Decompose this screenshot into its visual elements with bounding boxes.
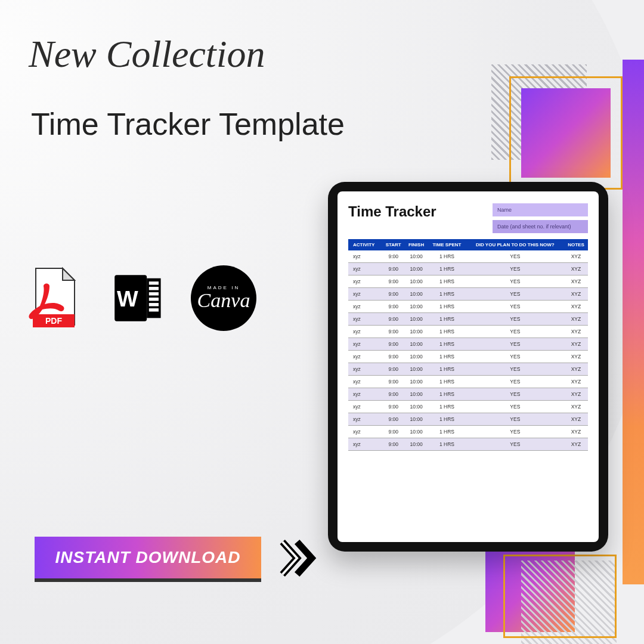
table-row: xyz9:0010:001 HRSYESXYZ	[348, 263, 588, 275]
table-cell: 1 HRS	[428, 313, 466, 326]
table-cell: xyz	[348, 301, 382, 313]
table-cell: 10:00	[405, 301, 428, 313]
table-cell: 10:00	[405, 263, 428, 275]
table-cell: xyz	[348, 250, 382, 263]
table-cell: 9:00	[382, 313, 405, 326]
table-cell: xyz	[348, 263, 382, 275]
table-cell: 10:00	[405, 388, 428, 401]
svg-rect-7	[149, 292, 159, 295]
table-cell: XYZ	[564, 413, 588, 426]
table-cell: XYZ	[564, 326, 588, 338]
table-cell: 9:00	[382, 351, 405, 363]
decoration-bottom-right	[485, 543, 628, 644]
table-cell: 9:00	[382, 438, 405, 451]
table-cell: XYZ	[564, 313, 588, 326]
table-row: xyz9:0010:001 HRSYESXYZ	[348, 301, 588, 313]
table-cell: XYZ	[564, 376, 588, 388]
table-cell: xyz	[348, 363, 382, 376]
date-field[interactable]: Date (and sheet no. if relevant)	[493, 220, 588, 233]
table-row: xyz9:0010:001 HRSYESXYZ	[348, 438, 588, 451]
decoration-top-right	[491, 64, 628, 202]
tablet-screen: Time Tracker Name Date (and sheet no. if…	[338, 191, 599, 542]
table-cell: xyz	[348, 426, 382, 438]
svg-text:W: W	[117, 286, 138, 311]
table-cell: xyz	[348, 313, 382, 326]
svg-rect-9	[149, 303, 159, 306]
table-cell: 9:00	[382, 363, 405, 376]
table-cell: YES	[466, 388, 564, 401]
svg-text:PDF: PDF	[45, 316, 62, 326]
table-cell: 9:00	[382, 401, 405, 413]
table-cell: xyz	[348, 401, 382, 413]
table-cell: 1 HRS	[428, 413, 466, 426]
table-cell: YES	[466, 401, 564, 413]
word-icon: W	[107, 262, 167, 334]
table-cell: xyz	[348, 388, 382, 401]
table-cell: 1 HRS	[428, 351, 466, 363]
table-row: xyz9:0010:001 HRSYESXYZ	[348, 351, 588, 363]
table-cell: 10:00	[405, 438, 428, 451]
table-cell: YES	[466, 250, 564, 263]
pdf-icon: PDF	[24, 262, 83, 334]
table-cell: 1 HRS	[428, 388, 466, 401]
table-cell: YES	[466, 376, 564, 388]
tablet-mockup: Time Tracker Name Date (and sheet no. if…	[328, 182, 608, 552]
table-cell: 10:00	[405, 413, 428, 426]
time-tracker-table: ACTIVITYSTARTFINISHTIME SPENTDID YOU PLA…	[348, 239, 588, 451]
table-cell: xyz	[348, 338, 382, 351]
table-cell: 10:00	[405, 326, 428, 338]
table-header: NOTES	[564, 239, 588, 250]
table-row: xyz9:0010:001 HRSYESXYZ	[348, 401, 588, 413]
table-cell: XYZ	[564, 275, 588, 288]
table-cell: xyz	[348, 288, 382, 301]
table-cell: 10:00	[405, 275, 428, 288]
table-cell: YES	[466, 351, 564, 363]
table-cell: 1 HRS	[428, 426, 466, 438]
table-row: xyz9:0010:001 HRSYESXYZ	[348, 313, 588, 326]
table-cell: 1 HRS	[428, 363, 466, 376]
table-cell: 10:00	[405, 250, 428, 263]
format-icons-row: PDF W MADE IN Canva	[24, 262, 256, 334]
table-cell: YES	[466, 263, 564, 275]
name-field[interactable]: Name	[493, 203, 588, 216]
table-cell: 9:00	[382, 326, 405, 338]
table-cell: 10:00	[405, 376, 428, 388]
table-cell: 10:00	[405, 351, 428, 363]
table-row: xyz9:0010:001 HRSYESXYZ	[348, 326, 588, 338]
table-cell: 9:00	[382, 338, 405, 351]
table-cell: XYZ	[564, 338, 588, 351]
table-cell: XYZ	[564, 438, 588, 451]
table-header: ACTIVITY	[348, 239, 382, 250]
document-title: Time Tracker	[348, 203, 436, 220]
table-cell: YES	[466, 363, 564, 376]
table-cell: 1 HRS	[428, 275, 466, 288]
table-cell: xyz	[348, 351, 382, 363]
table-cell: YES	[466, 288, 564, 301]
download-button[interactable]: INSTANT DOWNLOAD	[35, 537, 261, 582]
table-cell: XYZ	[564, 388, 588, 401]
table-cell: 10:00	[405, 363, 428, 376]
table-cell: 10:00	[405, 313, 428, 326]
table-cell: xyz	[348, 326, 382, 338]
table-cell: YES	[466, 275, 564, 288]
table-cell: 1 HRS	[428, 250, 466, 263]
table-header: START	[382, 239, 405, 250]
svg-rect-6	[149, 287, 159, 290]
table-cell: XYZ	[564, 351, 588, 363]
table-cell: 1 HRS	[428, 401, 466, 413]
canva-name-label: Canva	[197, 289, 250, 312]
table-cell: XYZ	[564, 263, 588, 275]
table-cell: XYZ	[564, 301, 588, 313]
table-cell: YES	[466, 313, 564, 326]
table-cell: XYZ	[564, 250, 588, 263]
table-cell: XYZ	[564, 288, 588, 301]
table-cell: xyz	[348, 275, 382, 288]
table-cell: 1 HRS	[428, 376, 466, 388]
table-cell: 9:00	[382, 275, 405, 288]
table-cell: 9:00	[382, 388, 405, 401]
table-cell: xyz	[348, 438, 382, 451]
table-row: xyz9:0010:001 HRSYESXYZ	[348, 426, 588, 438]
table-cell: 1 HRS	[428, 263, 466, 275]
table-row: xyz9:0010:001 HRSYESXYZ	[348, 388, 588, 401]
table-cell: 10:00	[405, 338, 428, 351]
